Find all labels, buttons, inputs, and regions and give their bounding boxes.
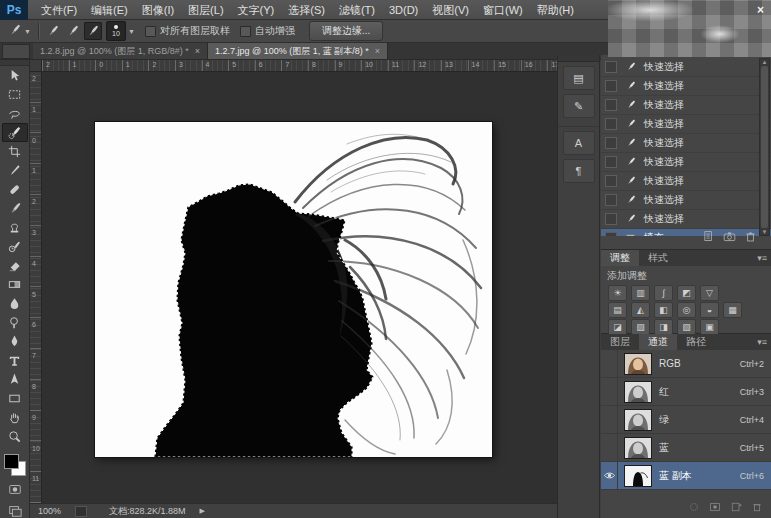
type-tool[interactable] [2,351,28,370]
visibility-toggle[interactable] [601,406,618,433]
add-to-selection-button[interactable] [64,22,82,40]
history-state-8[interactable]: 快速选择 [601,210,771,229]
menu-item-10[interactable]: 帮助(H) [530,0,581,20]
zoom-level[interactable]: 100% [38,506,61,516]
invert-adjustment-button[interactable]: ◪ [608,319,627,335]
clone-stamp-tool[interactable] [2,218,28,237]
rectangular-marquee-tool[interactable] [2,85,28,104]
hand-tool[interactable] [2,408,28,427]
document-size-info[interactable]: 文档:828.2K/1.88M [109,505,186,518]
brightness-contrast-adjustment-button[interactable]: ☀ [608,285,627,301]
history-source-checkbox[interactable] [605,232,617,236]
tab-close-icon[interactable]: × [375,46,380,56]
menu-item-2[interactable]: 图像(I) [135,0,181,20]
subtract-from-selection-button[interactable] [84,22,102,40]
visibility-toggle[interactable] [601,462,618,489]
canvas-viewport[interactable] [42,72,557,503]
eyedropper-tool[interactable] [2,161,28,180]
tool-preset-picker[interactable]: ▼ [6,22,33,40]
ruler-corner[interactable] [30,60,42,72]
status-popup-arrow[interactable]: ▶ [200,507,205,515]
crop-tool[interactable] [2,142,28,161]
gradient-tool[interactable] [2,275,28,294]
history-scrollbar[interactable]: ▲ ▼ [759,58,770,236]
threshold-adjustment-button[interactable]: ◨ [654,319,673,335]
character-panel-icon[interactable]: A [563,131,595,155]
refine-edge-button[interactable]: 调整边缘... [309,21,383,41]
panel-tab-图层[interactable]: 图层 [601,334,639,350]
levels-adjustment-button[interactable]: ▥ [631,285,650,301]
path-selection-tool[interactable] [2,370,28,389]
menu-item-3[interactable]: 图层(L) [181,0,230,20]
history-state-0[interactable]: 快速选择 [601,58,771,77]
new-snapshot-button[interactable] [723,229,736,247]
panel-menu-icon[interactable]: ▾≡ [757,253,767,263]
vibrance-adjustment-button[interactable]: ▽ [700,285,719,301]
scroll-down-icon[interactable]: ▼ [762,229,768,235]
channel-row-2[interactable]: 绿Ctrl+4 [601,406,771,434]
delete-state-button[interactable] [744,229,757,247]
adjustments-tab-active[interactable]: 调整 [601,250,639,266]
load-selection-button[interactable] [688,499,700,517]
scroll-up-icon[interactable]: ▲ [762,59,768,65]
paragraph-panel-icon[interactable]: ¶ [563,159,595,183]
color-swatches[interactable] [4,454,26,476]
menu-item-1[interactable]: 编辑(E) [84,0,135,20]
new-channel-button[interactable] [730,499,742,517]
posterize-adjustment-button[interactable]: ▨ [631,319,650,335]
history-brush-tool[interactable] [2,237,28,256]
swatches-panel-icon[interactable]: ▤ [563,66,595,90]
panel-menu-icon[interactable]: ▾≡ [757,337,767,347]
history-source-checkbox[interactable] [605,156,617,168]
panel-tab-通道[interactable]: 通道 [639,334,677,350]
menu-item-7[interactable]: 3D(D) [382,0,425,20]
history-state-4[interactable]: 快速选择 [601,134,771,153]
history-source-checkbox[interactable] [605,137,617,149]
history-state-1[interactable]: 快速选择 [601,77,771,96]
gradient-map-adjustment-button[interactable]: ▧ [677,319,696,335]
delete-channel-button[interactable] [751,499,763,517]
dodge-tool[interactable] [2,313,28,332]
spot-healing-brush-tool[interactable] [2,180,28,199]
zoom-tool[interactable] [2,427,28,446]
history-state-7[interactable]: 快速选择 [601,191,771,210]
visibility-toggle[interactable] [601,378,618,405]
channel-mixer-adjustment-button[interactable]: ◒ [700,302,719,318]
checkbox-icon[interactable] [145,26,156,37]
rectangle-shape-tool[interactable] [2,389,28,408]
sample-all-layers-checkbox[interactable]: 对所有图层取样 [145,24,230,38]
document-tab-1[interactable]: 1.2.8.jpg @ 100% (图层 1, RGB/8#) *× [33,43,208,59]
hue-saturation-adjustment-button[interactable]: ▤ [608,302,627,318]
color-lookup-adjustment-button[interactable]: ▦ [723,302,742,318]
black-white-adjustment-button[interactable]: ◧ [654,302,673,318]
lasso-tool[interactable] [2,104,28,123]
color-balance-adjustment-button[interactable]: ◭ [631,302,650,318]
brush-size-widget[interactable]: 10 ▼ [106,21,135,41]
panel-tab-路径[interactable]: 路径 [677,334,715,350]
history-source-checkbox[interactable] [605,99,617,111]
save-selection-as-channel-button[interactable] [709,499,721,517]
pen-tool[interactable] [2,332,28,351]
brush-tool[interactable] [2,199,28,218]
curves-adjustment-button[interactable]: ∫ [654,285,673,301]
menu-item-4[interactable]: 文字(Y) [231,0,282,20]
tab-close-icon[interactable]: × [195,46,200,56]
screen-mode-button[interactable] [2,502,28,518]
history-state-5[interactable]: 快速选择 [601,153,771,172]
history-source-checkbox[interactable] [605,213,617,225]
menu-item-0[interactable]: 文件(F) [34,0,84,20]
menu-item-6[interactable]: 滤镜(T) [332,0,382,20]
selective-color-adjustment-button[interactable]: ▣ [700,319,719,335]
brush-presets-panel-icon[interactable]: ✎ [563,94,595,118]
auto-enhance-checkbox[interactable]: 自动增强 [240,24,295,38]
blur-tool[interactable] [2,294,28,313]
dock-grip[interactable] [558,55,599,62]
visibility-toggle[interactable] [601,350,618,377]
photo-filter-adjustment-button[interactable]: ◎ [677,302,696,318]
history-source-checkbox[interactable] [605,175,617,187]
window-close-icon[interactable]: × [757,3,764,17]
scroll-thumb[interactable] [761,66,768,228]
foreground-color-swatch[interactable] [4,454,19,469]
quick-selection-tool[interactable] [2,123,28,142]
quick-mask-button[interactable] [2,480,28,498]
